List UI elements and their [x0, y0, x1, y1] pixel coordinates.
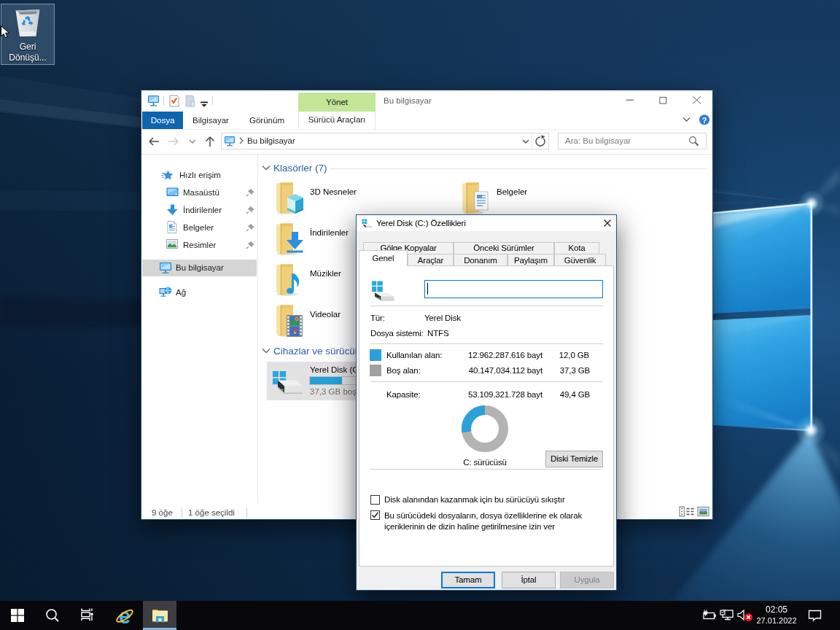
svg-text:?: ?	[702, 116, 707, 125]
